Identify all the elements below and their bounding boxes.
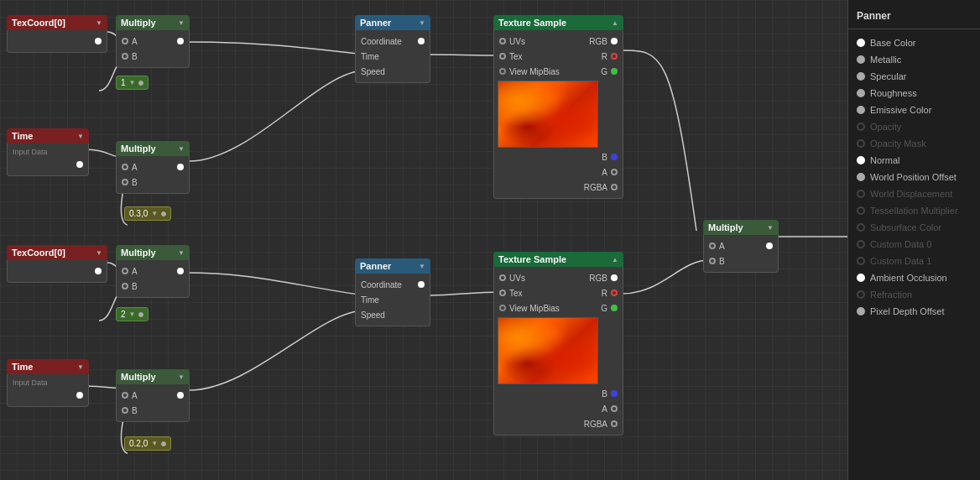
pixeldepth-dot	[857, 307, 865, 316]
multiply1-top-header: Multiply ▼	[116, 15, 190, 30]
sidebar-item-normal[interactable]: Normal	[848, 152, 980, 169]
val020-node[interactable]: 0.2,0 ▼	[124, 436, 171, 451]
multiply2-top-arrow[interactable]: ▼	[178, 249, 185, 257]
panner2-arrow[interactable]: ▼	[419, 263, 425, 270]
sidebar-item-roughness[interactable]: Roughness	[848, 85, 980, 102]
texcoord2-node[interactable]: TexCoord[0] ▼	[7, 245, 107, 283]
multiply1-mid-node[interactable]: Multiply ▼ A B	[116, 141, 190, 194]
val1-node[interactable]: 1 ▼	[116, 76, 149, 90]
texture1-header: Texture Sample ▲	[493, 15, 623, 30]
tessmult-label: Tessellation Multiplier	[870, 206, 958, 216]
panner1-body: Coordinate Time Speed	[355, 30, 430, 83]
multiply-final-node[interactable]: Multiply ▼ A B	[703, 220, 779, 273]
worldpos-label: World Position Offset	[870, 172, 957, 182]
multiply1-top-node[interactable]: Multiply ▼ A B	[116, 15, 190, 68]
texture2-rgba-pin	[611, 420, 618, 427]
sidebar-item-ambientocc[interactable]: Ambient Occlusion	[848, 269, 980, 286]
roughness-label: Roughness	[870, 88, 917, 98]
texcoord2-out-pin	[95, 268, 102, 274]
time1-node[interactable]: Time ▼ Input Data	[7, 128, 89, 176]
texture2-uvs-row: UVs RGB	[494, 270, 623, 285]
multiply2-mid-node[interactable]: Multiply ▼ A B	[116, 369, 190, 422]
sidebar-item-specular[interactable]: Specular	[848, 68, 980, 85]
panner1-label: Panner	[360, 18, 391, 28]
customdata1-label: Custom Data 1	[870, 256, 931, 266]
metallic-label: Metallic	[870, 55, 901, 65]
sidebar-item-worldpos[interactable]: World Position Offset	[848, 169, 980, 185]
panner1-time-row: Time	[356, 49, 430, 64]
sidebar-item-emissive[interactable]: Emissive Color	[848, 102, 980, 118]
texture1-a-row: A	[494, 164, 623, 180]
opacity-dot	[857, 123, 865, 131]
panner1-arrow[interactable]: ▼	[419, 19, 425, 27]
panner1-speed-row: Speed	[356, 64, 430, 79]
sidebar-title: Panner	[848, 7, 980, 29]
texture2-b-pin	[611, 390, 618, 397]
val030-arrow[interactable]: ▼	[151, 210, 158, 217]
texcoord1-label: TexCoord[0]	[12, 18, 65, 28]
texture2-label: Texture Sample	[498, 254, 566, 264]
specular-label: Specular	[870, 71, 906, 81]
multiply2-top-node[interactable]: Multiply ▼ A B	[116, 245, 190, 298]
texture2-tex-row: Tex R	[494, 285, 623, 300]
texcoord2-arrow[interactable]: ▼	[96, 249, 102, 257]
texcoord1-out-pin	[95, 38, 102, 44]
texture1-arrow[interactable]: ▲	[612, 19, 618, 27]
val020-arrow[interactable]: ▼	[151, 440, 158, 447]
texture1-body: UVs RGB Tex R View MipBias G B	[493, 30, 623, 199]
time1-arrow[interactable]: ▼	[77, 133, 84, 140]
panner1-node[interactable]: Panner ▼ Coordinate Time Speed	[355, 15, 430, 83]
multiply2-mid-a-row: A	[117, 388, 189, 403]
multiply-final-arrow[interactable]: ▼	[767, 224, 774, 232]
emissive-dot	[857, 106, 865, 114]
texture1-mip-pin	[499, 68, 506, 75]
sidebar-item-metallic[interactable]: Metallic	[848, 51, 980, 68]
time2-node[interactable]: Time ▼ Input Data	[7, 359, 89, 407]
texcoord1-node[interactable]: TexCoord[0] ▼	[7, 15, 107, 53]
panner2-coord-row: Coordinate	[356, 277, 430, 292]
worlddisp-label: World Displacement	[870, 189, 952, 199]
texcoord1-arrow[interactable]: ▼	[96, 19, 102, 27]
time2-label: Time	[12, 362, 33, 372]
panner2-node[interactable]: Panner ▼ Coordinate Time Speed	[355, 258, 430, 326]
val2-node[interactable]: 2 ▼	[116, 307, 149, 321]
val2-label: 2	[121, 310, 126, 319]
multiply1-top-b-row: B	[117, 49, 189, 64]
refraction-dot	[857, 290, 865, 299]
subsurf-label: Subsurface Color	[870, 222, 941, 232]
val030-out-pin	[161, 211, 166, 217]
multiply2-mid-arrow[interactable]: ▼	[178, 373, 185, 381]
texture1-tex-row: Tex R	[494, 49, 623, 64]
customdata0-dot	[857, 240, 865, 248]
texture2-arrow[interactable]: ▲	[612, 256, 618, 263]
refraction-label: Refraction	[870, 290, 912, 300]
sidebar-item-customdata0: Custom Data 0	[848, 236, 980, 253]
texture2-mip-pin	[499, 305, 506, 311]
multiply1-top-arrow[interactable]: ▼	[178, 19, 185, 27]
texture2-node[interactable]: Texture Sample ▲ UVs RGB Tex R View MipB…	[493, 252, 623, 436]
time2-header: Time ▼	[7, 359, 89, 374]
texcoord2-body	[7, 260, 107, 283]
sidebar-item-basecolor[interactable]: Base Color	[848, 34, 980, 51]
texture2-rgba-row: RGBA	[494, 416, 623, 431]
multiply1-mid-arrow[interactable]: ▼	[178, 145, 185, 153]
sidebar-item-pixeldepth[interactable]: Pixel Depth Offset	[848, 303, 980, 320]
subsurf-dot	[857, 223, 865, 232]
val1-arrow[interactable]: ▼	[129, 79, 136, 86]
worldpos-dot	[857, 173, 865, 181]
multiply-final-b-pin	[709, 258, 716, 264]
texture1-label: Texture Sample	[498, 18, 566, 28]
time2-arrow[interactable]: ▼	[77, 363, 84, 371]
time2-out-pin	[76, 392, 83, 399]
texture2-a-pin	[611, 405, 618, 412]
val030-node[interactable]: 0.3,0 ▼	[124, 206, 171, 221]
multiply1-mid-a-out	[177, 164, 184, 170]
multiply2-top-b-row: B	[117, 279, 189, 294]
texture2-a-row: A	[494, 401, 623, 416]
multiply1-top-a-out	[177, 38, 184, 44]
panner2-speed-row: Speed	[356, 307, 430, 322]
worlddisp-dot	[857, 190, 865, 198]
time2-sublabel: Input Data	[8, 378, 88, 388]
texture1-node[interactable]: Texture Sample ▲ UVs RGB Tex R View MipB…	[493, 15, 623, 199]
val2-arrow[interactable]: ▼	[129, 310, 136, 318]
